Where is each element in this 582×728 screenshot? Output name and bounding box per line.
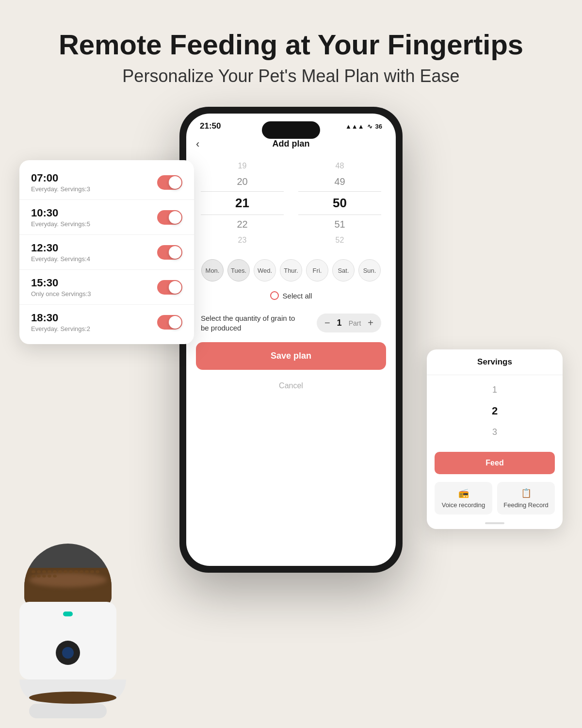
- hour-item: 23: [201, 234, 284, 247]
- feed-button[interactable]: Feed: [435, 452, 555, 474]
- pet-feeder: [19, 544, 116, 699]
- plan-detail: Everyday. Servings:2: [31, 325, 90, 332]
- plan-item-4[interactable]: 15:30 Only once Servings:3: [19, 270, 194, 305]
- signal-icon: ▲▲▲: [345, 123, 364, 130]
- battery-icon: 36: [375, 123, 382, 130]
- day-thursday[interactable]: Thur.: [280, 259, 302, 281]
- select-all-label: Select all: [283, 292, 312, 300]
- plan-detail: Everyday. Servings:4: [31, 255, 90, 263]
- plan-time: 07:00: [31, 172, 90, 184]
- page-title: Remote Feeding at Your Fingertips: [39, 29, 543, 60]
- decrease-button[interactable]: −: [324, 317, 330, 329]
- microphone-icon: 📻: [458, 488, 469, 498]
- serving-item-1[interactable]: 1: [427, 380, 563, 400]
- plan-toggle-3[interactable]: [157, 245, 182, 260]
- status-bar: 21:50 ▲▲▲ ∿ 36: [186, 114, 396, 135]
- plan-detail: Everyday. Servings:3: [31, 185, 90, 193]
- day-saturday[interactable]: Sat.: [332, 259, 355, 281]
- voice-recording-label: Voice recording: [442, 501, 485, 509]
- cancel-button[interactable]: Cancel: [186, 377, 396, 395]
- record-icon: 📋: [521, 488, 532, 498]
- hour-item: 19: [201, 160, 284, 172]
- plan-item-3[interactable]: 12:30 Everyday. Servings:4: [19, 235, 194, 270]
- feeder-bowl: [19, 679, 126, 704]
- nav-title: Add plan: [273, 139, 310, 149]
- select-all-row[interactable]: Select all: [186, 289, 396, 308]
- servings-card: Servings 1 2 3 Feed 📻 Voice recording 📋 …: [427, 349, 563, 529]
- plan-info-5: 18:30 Everyday. Servings:2: [31, 312, 90, 332]
- select-all-radio[interactable]: [270, 291, 279, 300]
- plan-info-2: 10:30 Everyday. Servings:5: [31, 207, 90, 228]
- minute-item: 49: [298, 174, 381, 189]
- bottom-indicator: [485, 522, 504, 524]
- hour-picker[interactable]: 19 20 21 22 23: [201, 160, 284, 247]
- plan-toggle-2[interactable]: [157, 210, 182, 225]
- save-plan-button[interactable]: Save plan: [196, 342, 386, 370]
- plan-time: 15:30: [31, 277, 91, 289]
- servings-list[interactable]: 1 2 3: [427, 375, 563, 447]
- plan-time: 12:30: [31, 242, 90, 254]
- phone-screen: 21:50 ▲▲▲ ∿ 36 ‹ Add plan 19 20 21: [186, 114, 396, 566]
- phone-frame: 21:50 ▲▲▲ ∿ 36 ‹ Add plan 19 20 21: [179, 107, 403, 573]
- feeder-main: [19, 602, 116, 679]
- day-tuesday[interactable]: Tues.: [227, 259, 250, 281]
- voice-recording-button[interactable]: 📻 Voice recording: [435, 482, 492, 514]
- day-wednesday[interactable]: Wed.: [254, 259, 276, 281]
- plan-item-5[interactable]: 18:30 Everyday. Servings:2: [19, 305, 194, 339]
- servings-actions: 📻 Voice recording 📋 Feeding Record: [427, 482, 563, 522]
- hour-selected: 21: [201, 191, 284, 215]
- plan-info-4: 15:30 Only once Servings:3: [31, 277, 91, 298]
- feeding-record-label: Feeding Record: [503, 501, 549, 509]
- day-selector: Mon. Tues. Wed. Thur. Fri. Sat. Sun.: [186, 251, 396, 289]
- increase-button[interactable]: +: [368, 317, 373, 329]
- plan-time: 10:30: [31, 207, 90, 219]
- plan-toggle-4[interactable]: [157, 280, 182, 295]
- plan-detail: Everyday. Servings:5: [31, 220, 90, 228]
- plan-info-3: 12:30 Everyday. Servings:4: [31, 242, 90, 263]
- minute-item: 52: [298, 234, 381, 247]
- grain-label: Select the quantity of grain to be produ…: [201, 314, 298, 332]
- plan-item-1[interactable]: 07:00 Everyday. Servings:3: [19, 165, 194, 200]
- time-picker[interactable]: 19 20 21 22 23 48 49 50 51 52: [186, 160, 396, 247]
- servings-header: Servings: [427, 349, 563, 375]
- plan-detail: Only once Servings:3: [31, 290, 91, 298]
- feeder-stand: [29, 704, 107, 718]
- hopper-food: [24, 568, 112, 607]
- status-indicator: [63, 612, 73, 616]
- minute-item: 48: [298, 160, 381, 172]
- camera: [56, 641, 80, 665]
- nav-bar: ‹ Add plan: [186, 135, 396, 155]
- quantity-unit: Part: [349, 319, 361, 327]
- plan-time: 18:30: [31, 312, 90, 324]
- hour-item: 20: [201, 174, 284, 189]
- hopper-top: [24, 544, 112, 607]
- phone-mockup: 21:50 ▲▲▲ ∿ 36 ‹ Add plan 19 20 21: [179, 107, 403, 573]
- back-button[interactable]: ‹: [196, 138, 199, 150]
- feeder-body: [19, 544, 116, 699]
- hour-item: 22: [201, 217, 284, 232]
- plan-item-2[interactable]: 10:30 Everyday. Servings:5: [19, 200, 194, 235]
- grain-row: Select the quantity of grain to be produ…: [186, 308, 396, 342]
- page-subtitle: Personalize Your Pet's Meal Plan with Ea…: [39, 66, 543, 86]
- status-icons: ▲▲▲ ∿ 36: [345, 123, 382, 130]
- header: Remote Feeding at Your Fingertips Person…: [0, 0, 582, 101]
- plan-list-card: 07:00 Everyday. Servings:3 10:30 Everyda…: [19, 160, 194, 344]
- food-dots: [32, 570, 104, 578]
- plan-toggle-1[interactable]: [157, 175, 182, 190]
- day-sunday[interactable]: Sun.: [358, 259, 381, 281]
- serving-item-3[interactable]: 3: [427, 422, 563, 442]
- minute-selected: 50: [298, 191, 381, 215]
- minute-picker[interactable]: 48 49 50 51 52: [298, 160, 381, 247]
- quantity-value: 1: [337, 318, 342, 328]
- bowl-food: [29, 692, 116, 704]
- minute-item: 51: [298, 217, 381, 232]
- plan-toggle-5[interactable]: [157, 315, 182, 330]
- plan-info-1: 07:00 Everyday. Servings:3: [31, 172, 90, 193]
- serving-item-2[interactable]: 2: [427, 400, 563, 422]
- wifi-icon: ∿: [367, 123, 372, 130]
- quantity-stepper[interactable]: − 1 Part +: [317, 314, 381, 332]
- day-monday[interactable]: Mon.: [201, 259, 224, 281]
- day-friday[interactable]: Fri.: [306, 259, 328, 281]
- status-time: 21:50: [200, 121, 221, 131]
- feeding-record-button[interactable]: 📋 Feeding Record: [497, 482, 555, 514]
